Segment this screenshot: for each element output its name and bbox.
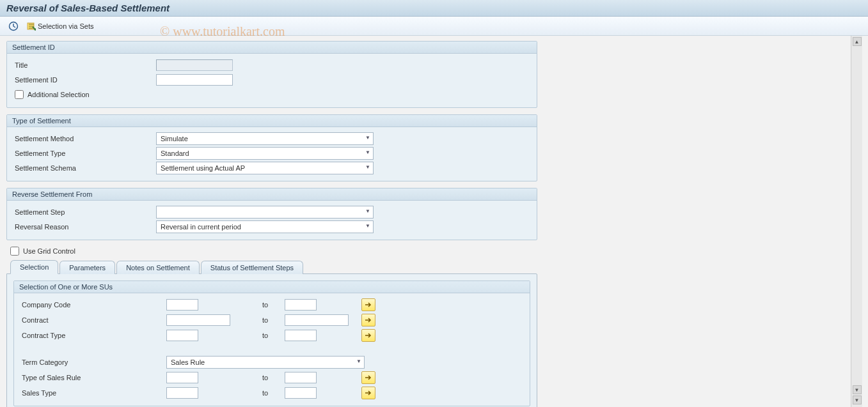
group-settlement-id-title: Settlement ID <box>7 42 537 54</box>
sales-type-from[interactable] <box>166 387 198 399</box>
additional-selection-label: Additional Selection <box>28 91 90 98</box>
settlement-type-select[interactable]: Standard <box>156 147 374 160</box>
to-label-3: to <box>262 332 285 339</box>
group-reverse-from: Reverse Settlement From Settlement Step … <box>6 188 537 240</box>
scroll-down2-icon[interactable]: ▼ <box>853 395 862 404</box>
arrow-right-icon <box>365 374 372 381</box>
contract-type-from[interactable] <box>166 330 198 341</box>
tab-parameters[interactable]: Parameters <box>59 261 115 274</box>
scroll-down-icon[interactable]: ▼ <box>853 385 862 394</box>
selection-via-sets-button[interactable]: Selection via Sets <box>23 19 97 33</box>
group-selection-su: Selection of One or More SUs Company Cod… <box>13 280 530 406</box>
settlement-id-input[interactable] <box>156 74 233 86</box>
settlement-id-label: Settlement ID <box>12 76 156 84</box>
settlement-type-value: Standard <box>161 150 189 157</box>
scroll-up-icon[interactable]: ▲ <box>853 37 862 46</box>
title-field <box>156 59 233 71</box>
group-type-title: Type of Settlement <box>7 115 537 127</box>
selection-sets-icon <box>26 21 36 31</box>
term-category-value: Sales Rule <box>171 358 205 366</box>
page-title: Reversal of Sales-Based Settlement <box>0 0 868 17</box>
tab-notes[interactable]: Notes on Settlement <box>116 261 200 274</box>
group-reverse-title: Reverse Settlement From <box>7 188 537 201</box>
to-label-1: to <box>262 301 285 309</box>
arrow-right-icon <box>365 302 372 308</box>
execute-button[interactable] <box>6 19 20 33</box>
settlement-method-select[interactable]: Simulate <box>156 132 374 145</box>
settlement-schema-label: Settlement Schema <box>12 164 156 172</box>
group-settlement-id: Settlement ID Title Settlement ID Additi… <box>6 41 537 108</box>
to-label-2: to <box>262 316 285 324</box>
reversal-reason-value: Reversal in current period <box>161 223 241 231</box>
tab-selection[interactable]: Selection <box>10 260 58 274</box>
type-sales-rule-label: Type of Sales Rule <box>19 374 166 381</box>
settlement-type-label: Settlement Type <box>12 150 156 157</box>
tab-body-selection: Selection of One or More SUs Company Cod… <box>6 273 537 407</box>
title-label: Title <box>12 61 156 69</box>
to-label-5: to <box>262 389 285 397</box>
tab-status[interactable]: Status of Settlement Steps <box>201 261 303 274</box>
arrow-right-icon <box>365 317 372 323</box>
company-code-to[interactable] <box>285 299 317 311</box>
settlement-schema-value: Settlement using Actual AP <box>161 164 245 172</box>
reversal-reason-label: Reversal Reason <box>12 223 156 231</box>
sales-type-multi-button[interactable] <box>361 387 375 399</box>
company-code-label: Company Code <box>19 301 166 309</box>
clock-execute-icon <box>8 21 19 31</box>
sales-type-to[interactable] <box>285 387 317 399</box>
reversal-reason-select[interactable]: Reversal in current period <box>156 220 374 233</box>
contract-type-to[interactable] <box>285 330 317 341</box>
group-type-settlement: Type of Settlement Settlement Method Sim… <box>6 114 537 181</box>
contract-multi-button[interactable] <box>361 314 375 326</box>
contract-label: Contract <box>19 316 166 324</box>
tabs-container: Selection Parameters Notes on Settlement… <box>6 259 537 407</box>
to-label-4: to <box>262 374 285 381</box>
app-toolbar: Selection via Sets <box>0 17 868 36</box>
vertical-scrollbar[interactable]: ▲ ▼ ▼ <box>851 36 862 407</box>
settlement-step-label: Settlement Step <box>12 208 156 216</box>
arrow-right-icon <box>365 390 372 396</box>
settlement-step-select[interactable] <box>156 206 374 219</box>
term-category-select[interactable]: Sales Rule <box>166 356 365 369</box>
type-sales-rule-from[interactable] <box>166 372 198 383</box>
settlement-method-value: Simulate <box>161 135 188 142</box>
settlement-schema-select[interactable]: Settlement using Actual AP <box>156 162 374 174</box>
type-sales-rule-multi-button[interactable] <box>361 371 375 384</box>
tabstrip: Selection Parameters Notes on Settlement… <box>6 259 537 273</box>
sales-type-label: Sales Type <box>19 389 166 397</box>
additional-selection-checkbox[interactable] <box>15 90 24 99</box>
company-code-from[interactable] <box>166 299 198 311</box>
contract-type-multi-button[interactable] <box>361 329 375 342</box>
use-grid-control-checkbox[interactable] <box>10 247 19 256</box>
main-content: Settlement ID Title Settlement ID Additi… <box>0 36 851 407</box>
arrow-right-icon <box>365 332 372 339</box>
company-code-multi-button[interactable] <box>361 298 375 311</box>
use-grid-control-label: Use Grid Control <box>23 247 75 255</box>
contract-from[interactable] <box>166 314 230 326</box>
contract-to[interactable] <box>285 314 349 326</box>
group-selection-su-title: Selection of One or More SUs <box>14 281 530 293</box>
term-category-label: Term Category <box>19 358 166 366</box>
selection-via-sets-label: Selection via Sets <box>38 22 93 30</box>
settlement-method-label: Settlement Method <box>12 135 156 142</box>
type-sales-rule-to[interactable] <box>285 372 317 383</box>
contract-type-label: Contract Type <box>19 332 166 339</box>
